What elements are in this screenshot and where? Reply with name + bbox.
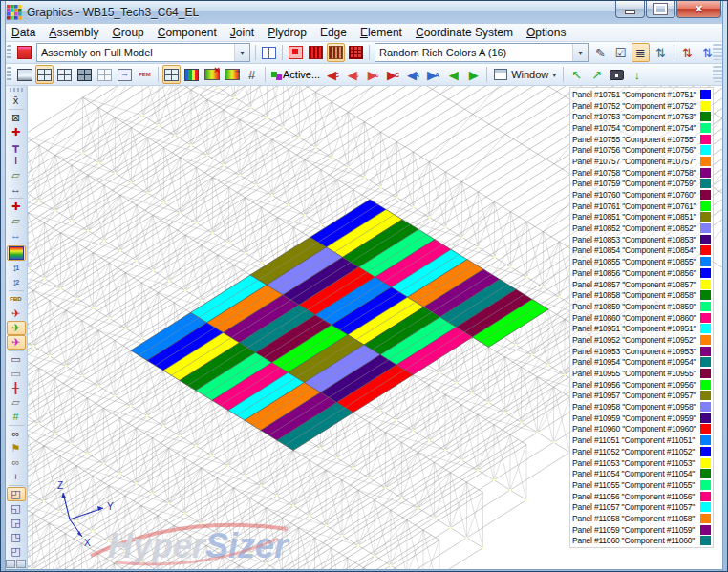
- toolbar-grip[interactable]: [7, 45, 11, 60]
- prev-component-icon[interactable]: ◀c: [344, 65, 362, 84]
- dropdown-icon[interactable]: ▾: [572, 44, 588, 61]
- view-glasses-icon[interactable]: ∞: [7, 455, 26, 470]
- no-plot-icon[interactable]: ⊠: [7, 111, 26, 125]
- last-component-icon[interactable]: ▶C: [384, 65, 402, 84]
- light-mesh-icon[interactable]: [96, 65, 114, 84]
- apply-colors-icon[interactable]: ☑: [611, 43, 630, 62]
- next-assembly-icon[interactable]: ▶A: [424, 65, 442, 84]
- paint-flag-icon[interactable]: ⚑: [7, 441, 26, 455]
- panel-load-icon[interactable]: ▱: [7, 214, 26, 228]
- dimension-1-icon[interactable]: ↕1: [7, 261, 26, 275]
- prev-group-icon[interactable]: ◀: [444, 65, 462, 84]
- legend-row[interactable]: Panel #10958 "Component #10958": [572, 401, 711, 413]
- screenshot-icon[interactable]: [608, 65, 626, 84]
- legend-row[interactable]: Panel #10855 "Component #10855": [572, 256, 711, 267]
- mean-value-icon[interactable]: x̄: [7, 94, 26, 108]
- legend-row[interactable]: Panel #10752 "Component #10752": [572, 100, 711, 112]
- legend-row[interactable]: Panel #11053 "Component #11053": [572, 457, 711, 469]
- menu-edge[interactable]: Edge: [313, 25, 353, 40]
- cube-view-1-icon[interactable]: ◰: [7, 487, 26, 501]
- mesh-toggle-icon[interactable]: [55, 65, 74, 84]
- node-numbers-icon[interactable]: #: [243, 65, 261, 84]
- legend-row[interactable]: Panel #10957 "Component #10957": [572, 391, 711, 402]
- beam-object-icon[interactable]: ↔: [7, 182, 26, 197]
- legend-row[interactable]: Panel #11055 "Component #11055": [572, 479, 711, 491]
- sort-legend-icon[interactable]: ⇅: [652, 43, 670, 62]
- show-beam-icon[interactable]: [307, 43, 325, 62]
- toolbar-overflow[interactable]: [713, 66, 722, 82]
- element-mesh-sel-icon[interactable]: [162, 65, 181, 84]
- legend-row[interactable]: Panel #10760 "Component #10760": [572, 189, 711, 201]
- legend-row[interactable]: Panel #11060 "Component #11060": [572, 536, 711, 547]
- legend-row[interactable]: Panel #10751 "Component #10751": [572, 89, 711, 100]
- legend-row[interactable]: Panel #11059 "Component #11059": [572, 524, 711, 536]
- cube-view-2-icon[interactable]: ◱: [7, 501, 26, 516]
- shaded-mesh-icon[interactable]: [75, 65, 94, 84]
- mesh-toggle-sel-icon[interactable]: [35, 65, 54, 84]
- close-button[interactable]: ✕: [676, 1, 721, 18]
- show-panel-icon[interactable]: [287, 43, 305, 62]
- toolbar-overflow[interactable]: [713, 44, 722, 60]
- menu-group[interactable]: Group: [105, 25, 150, 40]
- legend-row[interactable]: Panel #10851 "Component #10851": [572, 212, 711, 223]
- zoom-next-icon[interactable]: ↗: [588, 65, 606, 84]
- panel-grid[interactable]: [131, 200, 548, 451]
- title-bar[interactable]: Graphics - WB15_Tech3_C64_EL ✕: [1, 1, 727, 24]
- legend-row[interactable]: Panel #11056 "Component #11056": [572, 491, 711, 502]
- aircraft-magenta-icon[interactable]: ✈: [7, 335, 26, 350]
- legend-row[interactable]: Panel #11051 "Component #11051": [572, 434, 711, 446]
- legend-row[interactable]: Panel #10756 "Component #10756": [572, 144, 711, 156]
- cube-view-3-icon[interactable]: ◲: [7, 516, 26, 530]
- legend-row[interactable]: Panel #10857 "Component #10857": [572, 279, 711, 290]
- stereo-glasses-icon[interactable]: ∞: [7, 427, 26, 441]
- legend-row[interactable]: Panel #10755 "Component #10755": [572, 134, 711, 145]
- crosshair-icon[interactable]: +: [7, 470, 26, 484]
- panel-object-icon[interactable]: ▱: [7, 168, 26, 182]
- menu-joint[interactable]: Joint: [224, 25, 261, 40]
- skew-quad-icon[interactable]: ▱: [7, 395, 26, 410]
- fem-prop-icon[interactable]: FEM: [136, 65, 154, 84]
- legend-row[interactable]: Panel #10754 "Component #10754": [572, 122, 711, 134]
- cube-view-5-icon[interactable]: ◰: [7, 544, 26, 559]
- legend-row[interactable]: Panel #10853 "Component #10853": [572, 234, 711, 245]
- legend-row[interactable]: Panel #10860 "Component #10860": [572, 312, 711, 324]
- legend-row[interactable]: Panel #10858 "Component #10858": [572, 289, 711, 301]
- add-fbd-icon[interactable]: ✚: [7, 200, 26, 214]
- show-mesh-sel-icon[interactable]: [327, 43, 345, 62]
- legend-row[interactable]: Panel #10956 "Component #10956": [572, 379, 711, 391]
- pane-layout-icon[interactable]: [260, 43, 278, 62]
- toolbar-grip[interactable]: [7, 67, 11, 82]
- contour-off-icon[interactable]: [203, 65, 221, 84]
- legend-row[interactable]: Panel #10856 "Component #10856": [572, 267, 711, 279]
- legend-row[interactable]: Panel #10854 "Component #10854": [572, 245, 711, 257]
- side-toolbar-footer[interactable]: [5, 559, 27, 569]
- legend-row[interactable]: Panel #10954 "Component #10954": [572, 357, 711, 369]
- save-view-icon[interactable]: ↓: [628, 65, 646, 84]
- colors-combobox[interactable]: Random Rich Colors A (16) ▾: [375, 43, 589, 62]
- legend-row[interactable]: Panel #10852 "Component #10852": [572, 222, 711, 234]
- legend-row[interactable]: Panel #10960 "Component #10960": [572, 424, 711, 435]
- margin-rocket-icon[interactable]: ✈: [7, 307, 26, 321]
- dimension-2-icon[interactable]: ↕2: [7, 275, 26, 289]
- legend-row[interactable]: Panel #11057 "Component #11057": [572, 501, 711, 513]
- tee-stiffener-icon[interactable]: ┳: [7, 139, 26, 154]
- zoom-prev-icon[interactable]: ↖: [567, 65, 586, 84]
- model-viewport[interactable]: HyperSizer®ZYX Panel #10751 "Component #…: [28, 86, 723, 569]
- dropdown-icon[interactable]: ▾: [234, 44, 249, 61]
- legend-row[interactable]: Panel #10859 "Component #10859": [572, 301, 711, 312]
- assembly-combobox[interactable]: Assembly on Full Model ▾: [36, 43, 250, 62]
- aircraft-green-icon[interactable]: ✈: [7, 321, 26, 335]
- plane-view-icon[interactable]: ▭: [7, 352, 26, 367]
- legend-list-icon[interactable]: ≣: [632, 43, 650, 62]
- cube-view-4-icon[interactable]: ◳: [7, 530, 26, 544]
- legend-row[interactable]: Panel #10759 "Component #10759": [572, 179, 711, 190]
- legend-row[interactable]: Panel #10952 "Component #10952": [572, 334, 711, 346]
- beam-load-icon[interactable]: ↔: [7, 228, 26, 243]
- legend-row[interactable]: Panel #10955 "Component #10955": [572, 368, 711, 379]
- legend-row[interactable]: Panel #10758 "Component #10758": [572, 167, 711, 179]
- legend-row[interactable]: Panel #10951 "Component #10951": [572, 323, 711, 334]
- menu-options[interactable]: Options: [520, 25, 572, 40]
- minimize-button[interactable]: [615, 1, 645, 18]
- legend-row[interactable]: Panel #10757 "Component #10757": [572, 156, 711, 167]
- mesh-flow-icon[interactable]: [116, 65, 134, 84]
